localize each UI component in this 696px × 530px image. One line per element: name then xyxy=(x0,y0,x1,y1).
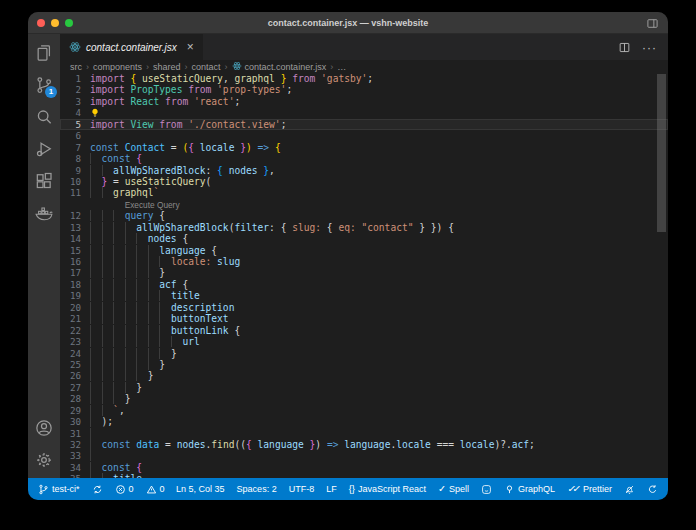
status-problems-warnings[interactable]: 0 xyxy=(146,484,165,495)
status-refresh[interactable] xyxy=(647,484,658,495)
status-feedback-smiley[interactable] xyxy=(481,484,492,495)
status-eol[interactable]: LF xyxy=(326,484,337,494)
code-line[interactable]: 29 `, xyxy=(60,405,668,416)
code-line[interactable]: 25 } xyxy=(60,359,668,370)
status-problems-errors[interactable]: 0 xyxy=(115,484,134,495)
code-line[interactable]: 1import { useStaticQuery, graphql } from… xyxy=(60,73,668,84)
code-line[interactable]: 27 } xyxy=(60,382,668,393)
line-number: 20 xyxy=(60,302,90,313)
code-line[interactable]: 9 allWpSharedBlock: { nodes }, xyxy=(60,165,668,176)
code-line[interactable]: 17 } xyxy=(60,267,668,278)
scrollbar-thumb[interactable] xyxy=(657,74,666,232)
line-number: 8 xyxy=(60,153,90,164)
code-line[interactable]: 31 xyxy=(60,428,668,439)
smiley-icon xyxy=(481,484,492,495)
minimize-window-button[interactable] xyxy=(51,19,59,27)
code-line[interactable]: 5import View from './contact.view'; xyxy=(60,119,668,130)
code-line[interactable]: 8 const { xyxy=(60,153,668,164)
status-cursor-position[interactable]: Ln 5, Col 35 xyxy=(176,484,225,494)
quickfix-lightbulb-icon[interactable] xyxy=(90,108,100,118)
status-notifications-dnd[interactable] xyxy=(624,484,635,495)
status-spell[interactable]: ✓Spell xyxy=(438,484,469,494)
breadcrumb-item[interactable]: src xyxy=(70,62,82,72)
code-line[interactable]: 34 const { xyxy=(60,462,668,473)
code-line[interactable]: 12 query { xyxy=(60,210,668,221)
breadcrumb-item[interactable]: shared xyxy=(153,62,181,72)
line-number: 15 xyxy=(60,245,90,256)
activity-run-debug[interactable] xyxy=(28,133,60,165)
status-bar: test-ci*00 Ln 5, Col 35Spaces: 2UTF-8LF{… xyxy=(28,478,668,500)
breadcrumb-item[interactable]: contact.container.jsx xyxy=(232,61,327,73)
react-icon xyxy=(232,61,242,73)
activity-account[interactable] xyxy=(28,412,60,444)
codelens-label[interactable]: Execute Query xyxy=(125,200,180,210)
code-line[interactable]: 13 allWpSharedBlock(filter: { slug: { eq… xyxy=(60,222,668,233)
status-language-mode[interactable]: {}JavaScript React xyxy=(349,484,426,494)
status-graphql[interactable]: GraphQL xyxy=(504,484,555,495)
code-line[interactable]: 16 locale: slug xyxy=(60,256,668,267)
breadcrumb: src›components›shared›contact›contact.co… xyxy=(60,60,668,73)
tab-contact-container-jsx[interactable]: contact.container.jsx × xyxy=(60,34,204,60)
status-sync[interactable] xyxy=(92,484,103,495)
status-encoding[interactable]: UTF-8 xyxy=(289,484,315,494)
code-line[interactable]: 14 nodes { xyxy=(60,233,668,244)
code-line[interactable]: 19 title xyxy=(60,290,668,301)
code-line[interactable]: 33 xyxy=(60,450,668,461)
status-prettier[interactable]: ✓✓Prettier xyxy=(567,484,612,494)
activity-search[interactable] xyxy=(28,101,60,133)
line-number: 30 xyxy=(60,416,90,427)
code-line[interactable]: 21 buttonText xyxy=(60,313,668,324)
code-line[interactable]: 2import PropTypes from 'prop-types'; xyxy=(60,84,668,95)
breadcrumb-separator: › xyxy=(225,62,228,72)
more-actions-icon[interactable]: ··· xyxy=(642,38,657,56)
breadcrumb-separator: › xyxy=(86,62,89,72)
breadcrumb-item[interactable]: contact xyxy=(192,62,221,72)
activity-source-control[interactable]: 1 xyxy=(28,69,60,101)
line-number: 26 xyxy=(60,370,90,381)
status-bar-left: test-ci*00 xyxy=(38,484,165,495)
code-line[interactable]: 3import React from 'react'; xyxy=(60,96,668,107)
code-line[interactable]: 6 xyxy=(60,130,668,141)
code-line[interactable]: 30 ); xyxy=(60,416,668,427)
code-line[interactable]: 26 } xyxy=(60,370,668,381)
code-line[interactable]: 35 title, xyxy=(60,473,668,478)
code-line[interactable]: 23 url xyxy=(60,336,668,347)
layout-control-icon[interactable] xyxy=(646,16,659,29)
status-indentation[interactable]: Spaces: 2 xyxy=(237,484,277,494)
activity-explorer[interactable] xyxy=(28,37,60,69)
code-line[interactable]: 20 description xyxy=(60,302,668,313)
code-line[interactable]: 24 } xyxy=(60,348,668,359)
line-number: 34 xyxy=(60,462,90,473)
close-window-button[interactable] xyxy=(37,19,45,27)
line-number: 3 xyxy=(60,96,90,107)
breadcrumb-item[interactable]: components xyxy=(93,62,142,72)
status-branch[interactable]: test-ci* xyxy=(38,484,80,495)
breadcrumb-item[interactable]: … xyxy=(337,62,346,72)
code-line[interactable]: 32 const data = nodes.find(({ language }… xyxy=(60,439,668,450)
tab-label: contact.container.jsx xyxy=(86,42,177,53)
codelens-row[interactable]: Execute Query xyxy=(60,199,668,210)
split-editor-icon[interactable] xyxy=(618,41,631,54)
code-line[interactable]: 28 } xyxy=(60,393,668,404)
line-number: 9 xyxy=(60,165,90,176)
close-tab-icon[interactable]: × xyxy=(187,41,194,53)
code-line[interactable]: 11 graphql` xyxy=(60,187,668,198)
code-line[interactable]: 7const Contact = ({ locale }) => { xyxy=(60,142,668,153)
activity-bar: 1 xyxy=(28,34,60,478)
activity-docker[interactable] xyxy=(28,197,60,229)
line-number: 16 xyxy=(60,256,90,267)
activity-settings[interactable] xyxy=(28,444,60,476)
line-number: 2 xyxy=(60,84,90,95)
titlebar[interactable]: contact.container.jsx — vshn-website xyxy=(28,12,668,34)
code-line[interactable]: 4 xyxy=(60,107,668,118)
line-number: 11 xyxy=(60,187,90,198)
zoom-window-button[interactable] xyxy=(65,19,73,27)
code-line[interactable]: 18 acf { xyxy=(60,279,668,290)
line-number: 28 xyxy=(60,393,90,404)
activity-extensions[interactable] xyxy=(28,165,60,197)
code-line[interactable]: 15 language { xyxy=(60,245,668,256)
code-line[interactable]: 22 buttonLink { xyxy=(60,325,668,336)
code-line[interactable]: 10 } = useStaticQuery( xyxy=(60,176,668,187)
code-editor[interactable]: 1import { useStaticQuery, graphql } from… xyxy=(60,73,668,478)
line-number: 12 xyxy=(60,210,90,221)
